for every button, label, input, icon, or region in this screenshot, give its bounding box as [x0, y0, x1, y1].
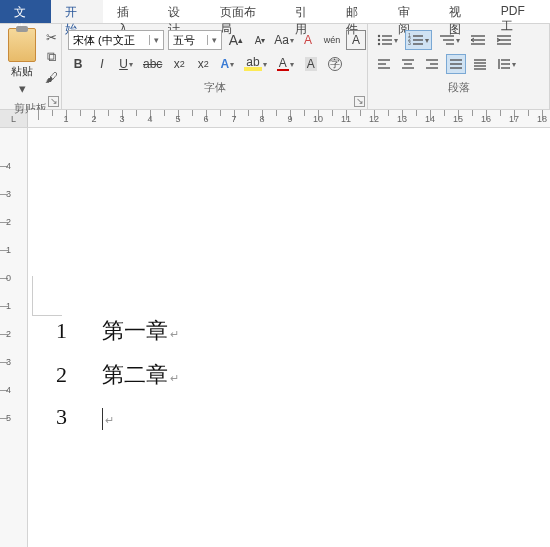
list-item[interactable]: 1 第一章↵ [56, 316, 179, 346]
svg-point-4 [378, 43, 380, 45]
strikethrough-button[interactable]: abc [140, 54, 165, 74]
list-number: 3 [56, 404, 102, 430]
align-right-button[interactable] [422, 54, 442, 74]
text-cursor [102, 408, 103, 430]
tab-layout[interactable]: 页面布局 [206, 0, 281, 23]
character-border-button[interactable]: A [346, 30, 366, 50]
group-clipboard: 粘贴 ▾ ✂ ⧉ 🖌 剪贴板 ↘ [0, 24, 62, 109]
highlight-button[interactable]: ab▾ [241, 54, 269, 74]
tab-references[interactable]: 引用 [281, 0, 332, 23]
paragraph-mark-icon: ↵ [105, 414, 114, 426]
svg-text:3: 3 [408, 40, 411, 46]
horizontal-ruler[interactable]: 123456789101112131415161718 [28, 110, 550, 127]
font-group-label: 字体 [66, 78, 363, 97]
vertical-ruler[interactable]: 4321012345 [0, 128, 28, 547]
tab-insert[interactable]: 插入 [103, 0, 154, 23]
tab-pdf[interactable]: PDF工 [487, 0, 550, 23]
paste-dropdown[interactable]: ▾ [13, 79, 31, 97]
italic-button[interactable]: I [92, 54, 112, 74]
increase-indent-button[interactable] [493, 30, 515, 50]
tab-mailings[interactable]: 邮件 [332, 0, 383, 23]
change-case-button[interactable]: Aa▾ [274, 30, 294, 50]
page: 1 第一章↵ 2 第二章↵ 3 ↵ [32, 146, 550, 547]
font-name-select[interactable]: 宋体 (中文正▾ [68, 30, 164, 50]
justify-button[interactable] [446, 54, 466, 74]
tab-view[interactable]: 视图 [435, 0, 486, 23]
copy-button[interactable]: ⧉ [42, 48, 60, 66]
phonetic-guide-button[interactable]: wén [322, 30, 342, 50]
shrink-font-button[interactable]: A▾ [250, 30, 270, 50]
decrease-indent-button[interactable] [467, 30, 489, 50]
document-area: 4321012345 1 第一章↵ 2 第二章↵ 3 ↵ [0, 128, 550, 547]
paragraph-mark-icon: ↵ [170, 328, 179, 340]
superscript-button[interactable]: x2 [193, 54, 213, 74]
paragraph-mark-icon: ↵ [170, 372, 179, 384]
numbered-list[interactable]: 1 第一章↵ 2 第二章↵ 3 ↵ [56, 316, 179, 444]
enclose-characters-button[interactable]: 字 [325, 54, 345, 74]
horizontal-ruler-area: L 123456789101112131415161718 [0, 110, 550, 128]
svg-point-0 [378, 35, 380, 37]
character-shading-button[interactable]: A [301, 54, 321, 74]
clipboard-icon [8, 28, 36, 62]
tab-file[interactable]: 文件 [0, 0, 51, 23]
ribbon: 粘贴 ▾ ✂ ⧉ 🖌 剪贴板 ↘ 宋体 (中文正▾ 五号▾ A▴ A▾ Aa▾ … [0, 24, 550, 110]
list-text[interactable]: 第二章↵ [102, 360, 179, 390]
list-text[interactable]: 第一章↵ [102, 316, 179, 346]
list-item[interactable]: 3 ↵ [56, 404, 179, 430]
cut-button[interactable]: ✂ [42, 28, 60, 46]
page-viewport[interactable]: 1 第一章↵ 2 第二章↵ 3 ↵ [28, 128, 550, 547]
ribbon-tabs: 文件 开始 插入 设计 页面布局 引用 邮件 审阅 视图 PDF工 [0, 0, 550, 24]
group-font: 宋体 (中文正▾ 五号▾ A▴ A▾ Aa▾ A wén A B I U▾ ab… [62, 24, 368, 109]
tab-home[interactable]: 开始 [51, 0, 102, 23]
clear-format-button[interactable]: A [298, 30, 318, 50]
list-text[interactable]: ↵ [102, 404, 114, 430]
tab-review[interactable]: 审阅 [384, 0, 435, 23]
tab-design[interactable]: 设计 [154, 0, 205, 23]
font-color-button[interactable]: A▾ [274, 54, 297, 74]
line-spacing-button[interactable]: ▾ [494, 54, 519, 74]
bold-button[interactable]: B [68, 54, 88, 74]
group-paragraph: ▾ 123▾ ▾ ▾ 段落 [368, 24, 550, 109]
text-effects-button[interactable]: A▾ [217, 54, 237, 74]
clipboard-launcher[interactable]: ↘ [48, 96, 59, 107]
grow-font-button[interactable]: A▴ [226, 30, 246, 50]
subscript-button[interactable]: x2 [169, 54, 189, 74]
distributed-button[interactable] [470, 54, 490, 74]
list-number: 1 [56, 318, 102, 344]
margin-guide [32, 276, 62, 316]
font-size-select[interactable]: 五号▾ [168, 30, 222, 50]
list-number: 2 [56, 362, 102, 388]
underline-button[interactable]: U▾ [116, 54, 136, 74]
bullets-button[interactable]: ▾ [374, 30, 401, 50]
svg-point-2 [378, 39, 380, 41]
format-painter-button[interactable]: 🖌 [42, 68, 60, 86]
paste-button[interactable]: 粘贴 [11, 64, 33, 79]
align-left-button[interactable] [374, 54, 394, 74]
numbering-button[interactable]: 123▾ [405, 30, 432, 50]
align-center-button[interactable] [398, 54, 418, 74]
font-launcher[interactable]: ↘ [354, 96, 365, 107]
list-item[interactable]: 2 第二章↵ [56, 360, 179, 390]
multilevel-list-button[interactable]: ▾ [436, 30, 463, 50]
paragraph-group-label: 段落 [372, 78, 545, 97]
